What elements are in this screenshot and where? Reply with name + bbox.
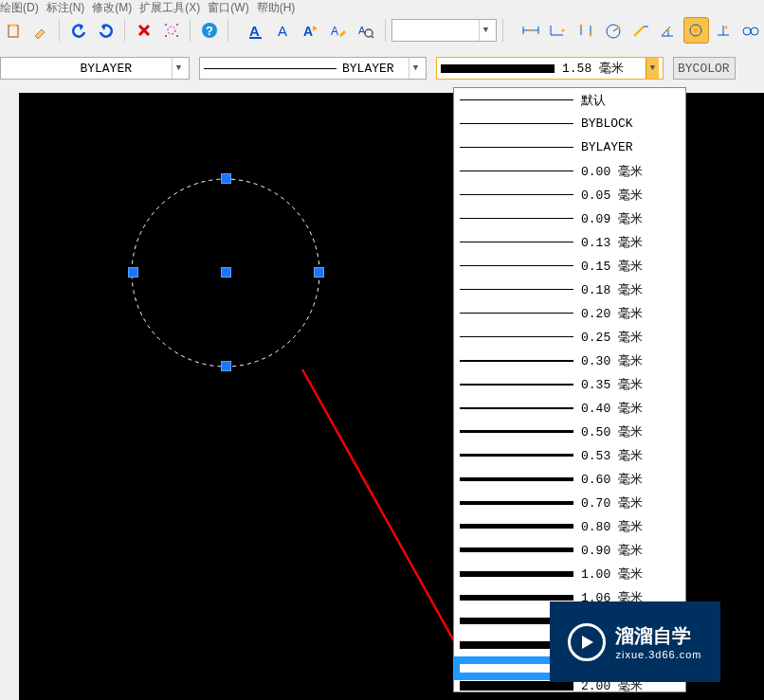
lineweight-option-label: BYBLOCK (581, 117, 633, 131)
lineweight-option[interactable]: BYBLOCK (454, 112, 685, 135)
text-edit-icon[interactable]: A (326, 17, 352, 44)
text-find-icon[interactable]: A (354, 17, 379, 44)
undo-icon[interactable] (65, 17, 91, 44)
lineweight-option-label: 0.60 毫米 (581, 471, 643, 488)
dim-diameter-icon[interactable] (628, 17, 654, 44)
svg-point-2 (168, 27, 175, 34)
svg-point-21 (562, 29, 565, 32)
grip-left[interactable] (128, 267, 138, 278)
delete-icon[interactable] (131, 17, 156, 44)
color-label: BYCOLOR (678, 62, 730, 76)
lineweight-option-label: 0.20 毫米 (581, 305, 643, 322)
match-prop-icon[interactable] (27, 17, 53, 44)
svg-point-25 (590, 34, 592, 37)
help-icon[interactable]: ? (196, 17, 222, 44)
text-style-icon[interactable]: A (299, 17, 324, 44)
lineweight-option-label: 0.13 毫米 (581, 234, 643, 251)
chevron-down-icon: ▼ (646, 58, 659, 79)
lineweight-option-label: 0.25 毫米 (581, 329, 643, 346)
textstyle-combo[interactable]: ▼ (391, 19, 497, 42)
lineweight-option-label: 0.80 毫米 (581, 518, 643, 535)
dim-radius-icon[interactable] (601, 17, 627, 44)
svg-point-24 (580, 25, 583, 27)
lineweight-option-label: 0.00 毫米 (581, 163, 643, 180)
grip-center[interactable] (221, 267, 231, 278)
lineweight-option[interactable]: 0.80 毫米 (454, 514, 685, 538)
svg-point-6 (176, 35, 178, 37)
svg-marker-40 (582, 636, 593, 649)
lineweight-option-label: 0.18 毫米 (581, 281, 643, 298)
lineweight-option[interactable]: 0.18 毫米 (454, 278, 685, 301)
lineweight-option-label: 0.09 毫米 (581, 210, 643, 227)
watermark-url: zixue.3d66.com (615, 649, 701, 660)
lineweight-option[interactable]: 0.15 毫米 (454, 254, 685, 278)
lineweight-option-label: 0.40 毫米 (581, 400, 643, 417)
lineweight-option-label: 1.00 毫米 (581, 565, 643, 583)
lineweight-option-label: 0.15 毫米 (581, 258, 643, 275)
lineweight-option[interactable]: 0.09 毫米 (454, 206, 685, 230)
lineweight-option-label: 0.50 毫米 (581, 423, 643, 440)
chevron-down-icon: ▼ (409, 58, 422, 79)
dim-linear-icon[interactable] (518, 17, 544, 44)
play-icon (568, 623, 606, 661)
lineweight-option-label: 0.05 毫米 (581, 187, 643, 204)
lineweight-option-label: 0.90 毫米 (581, 542, 643, 559)
menu-extend[interactable]: 扩展工具(X) (139, 0, 200, 11)
lineweight-option[interactable]: 0.00 毫米 (454, 159, 685, 183)
lineweight-option[interactable]: 0.30 毫米 (454, 349, 685, 372)
dim-angular-icon[interactable] (656, 17, 682, 44)
lineweight-option[interactable]: 0.05 毫米 (454, 183, 685, 206)
lineweight-option[interactable]: 0.25 毫米 (454, 325, 685, 349)
lineweight-option[interactable]: 0.90 毫米 (454, 538, 685, 562)
paste-icon[interactable] (0, 17, 26, 44)
lineweight-option-label: BYLAYER (581, 140, 633, 154)
lineweight-option-label: 0.53 毫米 (581, 447, 643, 464)
lineweight-select[interactable]: 1.58 毫米 ▼ (436, 57, 664, 80)
lineweight-option[interactable]: 0.13 毫米 (454, 230, 685, 254)
watermark: 溜溜自学 zixue.3d66.com (550, 601, 720, 682)
grip-bottom[interactable] (221, 361, 231, 371)
dim-arc-icon[interactable] (683, 17, 709, 44)
lineweight-option[interactable]: 1.00 毫米 (454, 562, 685, 585)
lineweight-option[interactable]: 0.40 毫米 (454, 396, 685, 420)
redo-icon[interactable] (93, 17, 118, 44)
lineweight-option[interactable]: 0.20 毫米 (454, 301, 685, 325)
svg-rect-0 (9, 26, 18, 37)
svg-point-38 (751, 27, 758, 35)
menu-bar: 绘图(D) 标注(N) 修改(M) 扩展工具(X) 窗口(W) 帮助(H) (0, 0, 764, 11)
lineweight-option[interactable]: 0.50 毫米 (454, 420, 685, 443)
grip-top[interactable] (221, 173, 231, 184)
svg-point-3 (165, 24, 167, 26)
lineweight-option[interactable]: 0.53 毫米 (454, 443, 685, 467)
svg-point-33 (694, 28, 698, 32)
lineweight-option[interactable]: BYLAYER (454, 135, 685, 159)
dim-leader-icon[interactable] (738, 17, 764, 44)
layer-select[interactable]: BYLAYER ▼ (0, 57, 190, 80)
text-a1-icon[interactable]: A (244, 17, 269, 44)
linetype-select[interactable]: BYLAYER ▼ (199, 57, 427, 80)
menu-help[interactable]: 帮助(H) (257, 0, 296, 11)
color-select[interactable]: BYCOLOR (673, 57, 736, 80)
svg-line-29 (634, 27, 644, 36)
lineweight-option[interactable]: 默认 (454, 88, 685, 112)
text-a2-icon[interactable]: A (271, 17, 297, 44)
menu-window[interactable]: 窗口(W) (208, 0, 248, 11)
property-bar: BYLAYER ▼ BYLAYER ▼ 1.58 毫米 ▼ BYCOLOR (0, 49, 764, 87)
lineweight-option[interactable]: 0.60 毫米 (454, 467, 685, 491)
svg-point-20 (530, 29, 533, 32)
lineweight-option-label: 默认 (581, 92, 606, 109)
menu-dimension[interactable]: 标注(N) (46, 0, 85, 11)
dim-ordinate-icon[interactable] (573, 17, 599, 44)
lineweight-option[interactable]: 0.35 毫米 (454, 372, 685, 396)
menu-modify[interactable]: 修改(M) (92, 0, 132, 11)
grip-right[interactable] (314, 267, 324, 278)
lineweight-option[interactable]: 0.70 毫米 (454, 491, 685, 514)
dim-center-icon[interactable] (711, 17, 737, 44)
layer-label: BYLAYER (80, 62, 132, 76)
menu-draw[interactable]: 绘图(D) (0, 0, 39, 11)
dim-aligned-icon[interactable] (546, 17, 572, 44)
svg-point-31 (667, 29, 670, 32)
svg-point-4 (176, 24, 178, 26)
linetype-label: BYLAYER (342, 62, 394, 76)
explode-icon[interactable] (158, 17, 184, 44)
